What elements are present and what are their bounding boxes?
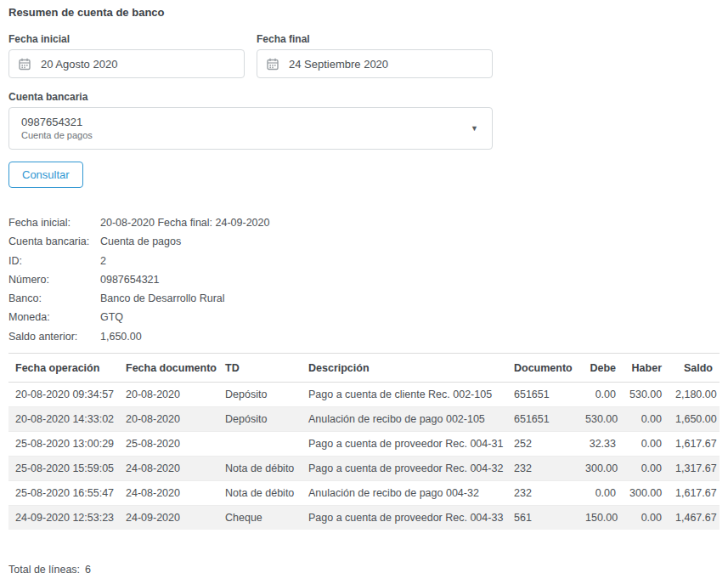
table-cell: 0.00 bbox=[623, 457, 669, 481]
table-cell: Anulación de recibo de pago 004-32 bbox=[302, 481, 507, 506]
table-row: 20-08-2020 14:33:0220-08-2020DepósitoAnu… bbox=[8, 407, 720, 432]
table-cell bbox=[218, 432, 302, 457]
table-cell: 25-08-2020 13:00:29 bbox=[8, 432, 119, 457]
row-value: 0987654321 bbox=[100, 270, 160, 289]
fecha-inicial-field: Fecha inicial 20 Agosto 2020 bbox=[8, 33, 245, 78]
column-header: Saldo bbox=[669, 354, 720, 383]
fecha-inicial-value: 20 Agosto 2020 bbox=[41, 58, 117, 71]
table-cell: 24-08-2020 bbox=[119, 481, 218, 506]
table-cell: 651651 bbox=[507, 407, 578, 432]
cuenta-bancaria-selected: 0987654321 Cuenta de pagos bbox=[9, 116, 93, 141]
column-header: Descripción bbox=[302, 354, 507, 383]
label-value-row: Moneda:GTQ bbox=[8, 308, 720, 326]
date-filter-row: Fecha inicial 20 Agosto 2020 bbox=[8, 33, 720, 78]
table-cell: Pago a cuenta de cliente Rec. 002-105 bbox=[302, 383, 507, 407]
row-label: Banco: bbox=[8, 289, 100, 308]
column-header: TD bbox=[218, 354, 302, 383]
table-row: 20-08-2020 09:34:5720-08-2020DepósitoPag… bbox=[8, 383, 720, 407]
table-cell: Nota de débito bbox=[218, 481, 302, 506]
row-value: 6 bbox=[85, 560, 91, 573]
table-cell: 20-08-2020 14:33:02 bbox=[8, 407, 119, 432]
table-body: 20-08-2020 09:34:5720-08-2020DepósitoPag… bbox=[8, 383, 720, 530]
chevron-down-icon[interactable]: ▼ bbox=[471, 124, 478, 133]
table-cell: Depósito bbox=[218, 383, 302, 407]
table-cell: 232 bbox=[507, 457, 578, 481]
table-cell: 0.00 bbox=[623, 432, 669, 457]
table-cell: 651651 bbox=[507, 383, 578, 407]
column-header: Fecha documento bbox=[119, 354, 218, 383]
table-header: Fecha operaciónFecha documentoTDDescripc… bbox=[8, 354, 720, 383]
column-header: Documento bbox=[507, 354, 578, 383]
fecha-final-value: 24 Septiembre 2020 bbox=[289, 58, 388, 71]
table-cell: 252 bbox=[507, 432, 578, 457]
table-cell: 32.33 bbox=[578, 432, 623, 457]
table-cell: 25-08-2020 15:59:05 bbox=[8, 457, 119, 481]
report-totals: Total de líneas:6Saldo final:1,467.67 bbox=[8, 560, 720, 573]
row-label: Cuenta bancaria: bbox=[8, 232, 100, 251]
table-cell: 300.00 bbox=[623, 481, 669, 506]
cuenta-bancaria-name: Cuenta de pagos bbox=[21, 129, 93, 141]
table-cell: 1,650.00 bbox=[669, 407, 720, 432]
column-header: Debe bbox=[578, 354, 623, 383]
table-cell: 24-08-2020 bbox=[119, 457, 218, 481]
table-cell: 2,180.00 bbox=[669, 383, 720, 407]
table-cell: 0.00 bbox=[623, 506, 669, 530]
table-cell: Nota de débito bbox=[218, 457, 302, 481]
row-label: Moneda: bbox=[8, 308, 100, 326]
table-cell: 1,467.67 bbox=[669, 506, 720, 530]
table-cell: 300.00 bbox=[578, 457, 623, 481]
table-cell: 1,617.67 bbox=[669, 481, 720, 506]
row-value: 20-08-2020 Fecha final: 24-09-2020 bbox=[100, 213, 269, 232]
table-cell: 561 bbox=[507, 506, 578, 530]
label-value-row: Número:0987654321 bbox=[8, 270, 720, 289]
calendar-icon bbox=[19, 58, 31, 71]
table-cell: 0.00 bbox=[578, 481, 623, 506]
row-value: 2 bbox=[100, 252, 106, 270]
table-cell: 20-08-2020 bbox=[119, 383, 218, 407]
fecha-inicial-label: Fecha inicial bbox=[8, 33, 245, 45]
row-label: ID: bbox=[8, 252, 100, 270]
consultar-button[interactable]: Consultar bbox=[8, 162, 83, 188]
table-cell: 232 bbox=[507, 481, 578, 506]
table-cell: 1,617.67 bbox=[669, 432, 720, 457]
row-label: Saldo anterior: bbox=[8, 327, 100, 346]
table-cell: Pago a cuenta de proveedor Rec. 004-31 bbox=[302, 432, 507, 457]
row-label: Total de líneas: bbox=[8, 560, 85, 573]
row-label: Fecha inicial: bbox=[8, 213, 100, 232]
row-value: 1,650.00 bbox=[100, 327, 142, 346]
label-value-row: Saldo anterior:1,650.00 bbox=[8, 327, 720, 346]
row-value: Cuenta de pagos bbox=[100, 232, 181, 251]
table-row: 25-08-2020 15:59:0524-08-2020Nota de déb… bbox=[8, 457, 720, 481]
table-cell: 20-08-2020 09:34:57 bbox=[8, 383, 119, 407]
table-row: 24-09-2020 12:53:2324-09-2020ChequePago … bbox=[8, 506, 720, 530]
table-cell: 20-08-2020 bbox=[119, 407, 218, 432]
table-cell: 0.00 bbox=[623, 407, 669, 432]
bank-account-summary-page: Resumen de cuenta de banco Fecha inicial bbox=[0, 0, 728, 573]
row-value: GTQ bbox=[100, 308, 123, 326]
fecha-inicial-input[interactable]: 20 Agosto 2020 bbox=[8, 49, 245, 78]
table-cell: Depósito bbox=[218, 407, 302, 432]
transactions-table: Fecha operaciónFecha documentoTDDescripc… bbox=[8, 353, 720, 530]
label-value-row: Cuenta bancaria:Cuenta de pagos bbox=[8, 232, 720, 251]
table-cell: 24-09-2020 12:53:23 bbox=[8, 506, 119, 530]
fecha-final-input[interactable]: 24 Septiembre 2020 bbox=[257, 49, 493, 78]
cuenta-bancaria-label: Cuenta bancaria bbox=[8, 91, 720, 103]
table-cell: 1,317.67 bbox=[669, 457, 720, 481]
table-cell: 530.00 bbox=[578, 407, 623, 432]
table-cell: Cheque bbox=[218, 506, 302, 530]
page-title: Resumen de cuenta de banco bbox=[8, 4, 720, 19]
row-label: Número: bbox=[8, 270, 100, 289]
account-summary: Fecha inicial:20-08-2020 Fecha final: 24… bbox=[8, 213, 720, 346]
label-value-row: Fecha inicial:20-08-2020 Fecha final: 24… bbox=[8, 213, 720, 232]
table-cell: Pago a cuenta de proveedor Rec. 004-33 bbox=[302, 506, 507, 530]
table-row: 25-08-2020 16:55:4724-08-2020Nota de déb… bbox=[8, 481, 720, 506]
label-value-row: Banco:Banco de Desarrollo Rural bbox=[8, 289, 720, 308]
table-cell: 530.00 bbox=[623, 383, 669, 407]
row-value: Banco de Desarrollo Rural bbox=[100, 289, 225, 308]
cuenta-bancaria-select[interactable]: 0987654321 Cuenta de pagos ▼ bbox=[8, 107, 493, 150]
table-cell: 25-08-2020 16:55:47 bbox=[8, 481, 119, 506]
fecha-final-field: Fecha final 24 Septiembre 20 bbox=[257, 33, 493, 78]
table-cell: 25-08-2020 bbox=[119, 432, 218, 457]
table-cell: Anulación de recibo de pago 002-105 bbox=[302, 407, 507, 432]
fecha-final-label: Fecha final bbox=[257, 33, 493, 45]
